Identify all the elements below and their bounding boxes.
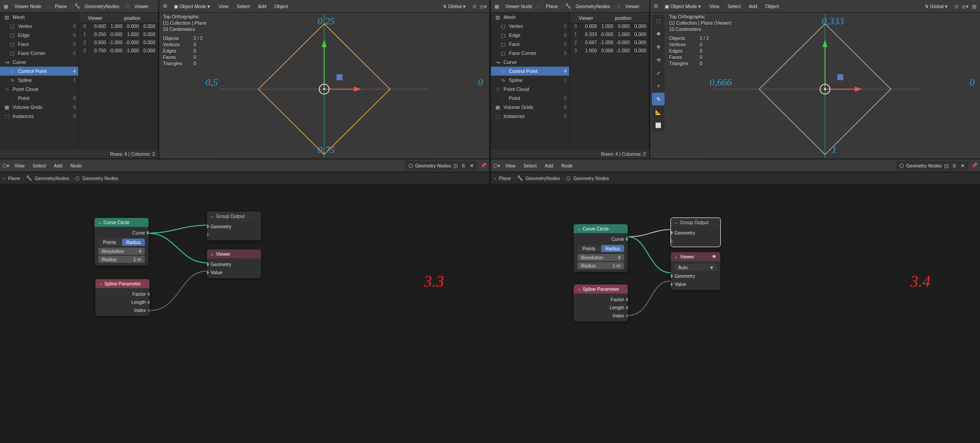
unlink-icon[interactable]: ✕ <box>959 163 966 168</box>
ne-add[interactable]: Add <box>542 162 556 169</box>
col-position[interactable]: position <box>598 13 649 23</box>
radius-input[interactable]: Radius1 m <box>98 256 145 263</box>
socket-geometry[interactable]: Geometry <box>211 260 257 268</box>
tree-vertex[interactable]: ▢Vertex0 <box>491 22 569 31</box>
proportional-icon[interactable]: ◎▾ <box>480 3 486 9</box>
node-viewer[interactable]: ⌄Viewer👁 Auto▾ Geometry Value <box>671 252 720 290</box>
modifier-crumb[interactable]: GeometryNodes <box>573 3 612 10</box>
table-row[interactable]: 10.250-0.0001.0000.000 <box>79 32 158 40</box>
mode-points[interactable]: Points <box>98 239 121 246</box>
node-editor[interactable]: ⬡▾ View Select Add Node ⬡ Geometry Nodes… <box>491 158 980 443</box>
tree-volume[interactable]: ▦Volume Grids0 <box>491 103 569 112</box>
ne-view[interactable]: View <box>503 162 518 169</box>
chevron-down-icon[interactable]: ⌄ <box>577 287 581 291</box>
mode-dropdown[interactable]: ▣ Object Mode ▾ <box>171 3 213 10</box>
nodetree-chip[interactable]: ⬡ Geometry Nodes ◫ ⎘ ✕ <box>896 161 968 171</box>
socket-geometry[interactable]: Geometry <box>211 222 257 231</box>
users-icon[interactable]: ◫ <box>943 163 950 168</box>
socket-geometry[interactable]: Geometry <box>674 272 717 280</box>
tool-annotate[interactable]: ✎ <box>652 93 665 105</box>
table-row[interactable]: 20.667-1.000-0.0000.000 <box>570 40 649 48</box>
tree-edge[interactable]: ▢Edge0 <box>0 31 78 40</box>
tree-face[interactable]: ▢Face0 <box>491 40 569 49</box>
tree-volume[interactable]: ▦Volume Grids0 <box>0 103 78 112</box>
snap-icon[interactable]: ⊙ <box>471 3 477 9</box>
mode-toggle[interactable]: Points Radius <box>98 239 145 246</box>
menu-object[interactable]: Object <box>763 3 782 10</box>
node-editor[interactable]: ⬡▾ View Select Add Node ⬡ Geometry Nodes… <box>0 158 489 443</box>
crumb-mod[interactable]: GeometryNodes <box>526 176 560 181</box>
mode-radius[interactable]: Radius <box>122 239 145 246</box>
node-crumb[interactable]: Viewer <box>622 3 642 10</box>
viewport-3d[interactable]: ⧉ ▣ Object Mode ▾ View Select Add Object… <box>650 0 980 158</box>
radius-input[interactable]: Radius1 m <box>577 262 624 269</box>
socket-curve-out[interactable]: Curve <box>577 235 624 243</box>
col-position[interactable]: position <box>107 13 158 23</box>
ne-add[interactable]: Add <box>51 162 65 169</box>
viewer-node-dropdown[interactable]: Viewer Node <box>503 3 535 10</box>
tool-move[interactable]: ✢ <box>652 41 665 53</box>
menu-view[interactable]: View <box>706 3 722 10</box>
ne-select[interactable]: Select <box>521 162 539 169</box>
node-spline-parameter[interactable]: ⌄Spline Parameter Factor Length Index <box>574 285 628 321</box>
chevron-down-icon[interactable]: ⌄ <box>674 220 678 225</box>
menu-select[interactable]: Select <box>234 3 252 10</box>
socket-factor[interactable]: Factor <box>577 295 624 303</box>
snap-icon[interactable]: ⊙ <box>953 3 959 9</box>
tool-transform[interactable]: ✧ <box>652 80 665 92</box>
socket-empty[interactable] <box>674 237 717 245</box>
editor-type-icon[interactable]: ⧉ <box>653 3 659 9</box>
tree-instances[interactable]: ⬚Instances0 <box>491 112 569 121</box>
ne-view[interactable]: View <box>12 162 27 169</box>
chevron-down-icon[interactable]: ⌄ <box>577 226 581 231</box>
unlink-icon[interactable]: ✕ <box>468 163 475 168</box>
socket-empty[interactable] <box>211 231 257 239</box>
chevron-down-icon[interactable]: ⌄ <box>98 220 102 225</box>
orientation-dropdown[interactable]: ↯ Global ▾ <box>922 3 950 10</box>
crumb-mod[interactable]: GeometryNodes <box>35 176 69 181</box>
socket-factor[interactable]: Factor <box>99 290 146 298</box>
tree-curve[interactable]: ↝Curve <box>491 58 569 67</box>
col-viewer[interactable]: Viewer <box>574 13 598 23</box>
nodetree-chip[interactable]: ⬡ Geometry Nodes ◫ ⎘ ✕ <box>405 161 477 171</box>
node-viewer[interactable]: ⌄Viewer Geometry Value <box>207 249 261 278</box>
pin-icon[interactable]: 📌 <box>971 163 977 169</box>
resolution-input[interactable]: Resolution4 <box>577 254 624 261</box>
tool-addcube[interactable]: ⬜ <box>652 119 665 131</box>
resolution-input[interactable]: Resolution4 <box>98 248 145 255</box>
tree-point[interactable]: ·Point0 <box>0 94 78 103</box>
object-crumb[interactable]: Plane <box>52 3 70 10</box>
crumb-obj[interactable]: Plane <box>8 176 20 181</box>
socket-index[interactable]: Index <box>577 312 624 320</box>
tool-measure[interactable]: 📐 <box>652 106 665 118</box>
table-row[interactable]: 20.500-1.000-0.0000.000 <box>79 40 158 48</box>
chevron-down-icon[interactable]: ⌄ <box>211 252 214 256</box>
crumb-tree[interactable]: Geometry Nodes <box>82 176 118 181</box>
ne-node[interactable]: Node <box>558 162 575 169</box>
col-viewer[interactable]: Viewer <box>83 13 107 23</box>
tool-scale[interactable]: ⤢ <box>652 67 665 79</box>
eye-icon[interactable]: 👁 <box>712 254 717 259</box>
node-crumb[interactable]: Viewer <box>131 3 151 10</box>
mode-points[interactable]: Points <box>577 245 600 252</box>
tree-pointcloud[interactable]: ⁙Point Cloud <box>0 85 78 94</box>
node-spline-parameter[interactable]: ⌄Spline Parameter Factor Length Index <box>95 279 149 316</box>
domain-auto[interactable]: Auto▾ <box>674 264 717 271</box>
tree-mesh[interactable]: ▨Mesh <box>0 13 78 22</box>
tree-mesh[interactable]: ▨Mesh <box>491 13 569 22</box>
tree-controlpoint[interactable]: ◇Control Point4 <box>0 67 78 76</box>
tree-curve[interactable]: ↝Curve <box>0 58 78 67</box>
fake-user-icon[interactable]: ⎘ <box>951 163 958 168</box>
tool-select[interactable]: ⬚ <box>652 14 665 27</box>
ne-node[interactable]: Node <box>67 162 84 169</box>
chevron-down-icon[interactable]: ⌄ <box>211 214 214 218</box>
menu-add[interactable]: Add <box>746 3 760 10</box>
table-row[interactable]: 31.0000.000-1.0000.000 <box>570 48 649 56</box>
node-curve-circle[interactable]: ⌄Curve Circle Curve Points Radius Resolu… <box>574 224 628 272</box>
menu-select[interactable]: Select <box>725 3 743 10</box>
ne-select[interactable]: Select <box>30 162 49 169</box>
tree-point[interactable]: ·Point0 <box>491 94 569 103</box>
modifier-crumb[interactable]: GeometryNodes <box>82 3 121 10</box>
chevron-down-icon[interactable]: ⌄ <box>99 281 103 286</box>
table-row[interactable]: 00.0001.0000.0000.000 <box>570 23 649 32</box>
